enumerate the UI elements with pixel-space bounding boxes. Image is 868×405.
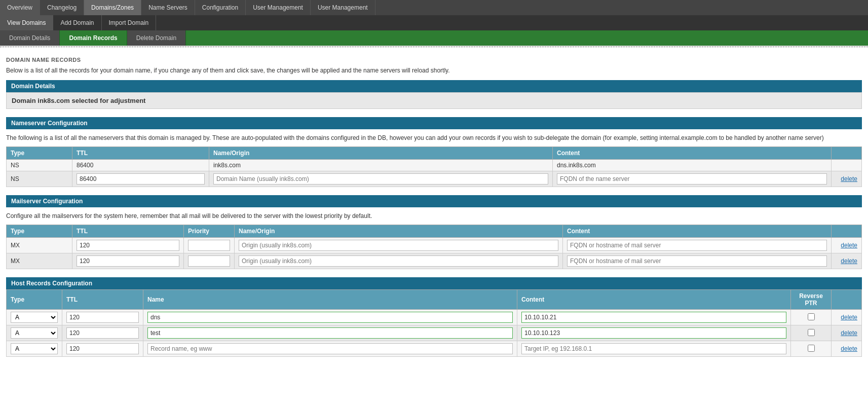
nav-changelog[interactable]: Changelog [40, 0, 84, 15]
mx-row1-ttl-input[interactable] [77, 240, 179, 251]
host-row2-rptr-checkbox[interactable] [808, 329, 815, 336]
host-row2-rptr-cell [791, 325, 832, 341]
ns-row2-content-input[interactable] [557, 173, 827, 185]
host-table: Type TTL Name Content Reverse PTR AAAAAC… [6, 289, 862, 357]
host-row3-content-cell [517, 341, 791, 357]
ns-row1-name: ink8s.com [209, 160, 553, 171]
mx-row1-ttl-cell [72, 238, 184, 253]
subnav-add-domain[interactable]: Add Domain [53, 15, 101, 30]
ns-row2-ttl-cell [72, 171, 209, 187]
host-row2-content-cell [517, 325, 791, 341]
mx-row2-priority-cell [184, 253, 235, 269]
mx-row1-type: MX [7, 238, 72, 253]
mx-row2-name-cell [235, 253, 563, 269]
mx-row1-content-cell [563, 238, 832, 253]
host-row2-ttl-cell [62, 325, 143, 341]
subnav-view-domains[interactable]: View Domains [0, 15, 53, 30]
mx-row2-delete-link[interactable]: delete [841, 257, 857, 265]
mx-row2-content-cell [563, 253, 832, 269]
mx-row2-delete-cell: delete [832, 253, 862, 269]
tab-bar: Domain Details Domain Records Delete Dom… [0, 30, 868, 47]
host-row1-name-input[interactable] [147, 312, 513, 323]
host-row1-rptr-checkbox[interactable] [808, 313, 815, 320]
host-row2-type-select[interactable]: AAAAACNAMEMXTXTSRV [11, 327, 58, 339]
nav-user-management-1[interactable]: User Management [246, 0, 311, 15]
domain-detail-box: Domain ink8s.com selected for adjustment [6, 92, 862, 109]
host-row2-content-input[interactable] [521, 327, 786, 339]
host-row3-name-input[interactable] [147, 343, 513, 354]
mx-row2-ttl-input[interactable] [77, 255, 179, 267]
host-row2-ttl-input[interactable] [66, 327, 139, 339]
mx-row2-type: MX [7, 253, 72, 269]
mailserver-table: Type TTL Priority Name/Origin Content MX [6, 225, 862, 269]
host-row-3: AAAAACNAMEMXTXTSRV [7, 341, 862, 357]
host-row1-name-cell [143, 310, 517, 325]
host-row3-ttl-input[interactable] [66, 343, 139, 354]
nav-domains-zones[interactable]: Domains/Zones [84, 0, 141, 15]
host-col-action [832, 290, 862, 310]
subnav-import-domain[interactable]: Import Domain [102, 15, 157, 30]
mx-col-type: Type [7, 225, 72, 238]
ns-row2-delete-link[interactable]: delete [841, 175, 857, 182]
mx-row-2: MX delete [7, 253, 862, 269]
mx-row-1: MX delete [7, 238, 862, 253]
nav-user-management-2[interactable]: User Management [311, 0, 375, 15]
domain-selected-message: Domain ink8s.com selected for adjustment [12, 97, 145, 104]
nameserver-description: The following is a list of all the names… [6, 133, 862, 142]
host-row1-content-input[interactable] [521, 312, 786, 323]
tab-domain-details[interactable]: Domain Details [0, 30, 60, 46]
mx-row1-name-input[interactable] [239, 240, 558, 251]
mx-row2-content-input[interactable] [567, 255, 827, 267]
host-row1-ttl-cell [62, 310, 143, 325]
ns-row2-name-input[interactable] [213, 173, 548, 185]
mx-row2-priority-input[interactable] [188, 255, 230, 267]
host-row1-type-select[interactable]: AAAAACNAMEMXTXTSRV [11, 312, 58, 323]
mx-row1-priority-input[interactable] [188, 240, 230, 251]
page-title: DOMAIN NAME RECORDS [6, 57, 862, 63]
host-row1-delete-cell: delete [832, 310, 862, 325]
ns-row2-type: NS [7, 171, 72, 187]
host-row3-type-select[interactable]: AAAAACNAMEMXTXTSRV [11, 343, 58, 354]
host-col-content: Content [517, 290, 791, 310]
host-row2-delete-link[interactable]: delete [841, 329, 857, 337]
host-row3-rptr-cell [791, 341, 832, 357]
mx-row1-content-input[interactable] [567, 240, 827, 251]
ns-row2-ttl-input[interactable] [77, 173, 205, 185]
mx-col-content: Content [563, 225, 832, 238]
nav-configuration[interactable]: Configuration [195, 0, 246, 15]
host-row3-rptr-checkbox[interactable] [808, 345, 815, 352]
domain-details-header: Domain Details [6, 80, 862, 92]
nameserver-table: Type TTL Name/Origin Content NS 86400 in… [6, 146, 862, 187]
mx-col-priority: Priority [184, 225, 235, 238]
host-row-1: AAAAACNAMEMXTXTSRV [7, 310, 862, 325]
mx-col-ttl: TTL [72, 225, 184, 238]
host-row-2: AAAAACNAMEMXTXTSRV [7, 325, 862, 341]
host-row3-delete-link[interactable]: delete [841, 345, 857, 352]
sub-nav: View Domains Add Domain Import Domain [0, 15, 868, 30]
mx-row1-delete-link[interactable]: delete [841, 242, 857, 249]
host-row3-content-input[interactable] [521, 343, 786, 354]
host-row3-ttl-cell [62, 341, 143, 357]
host-row2-name-input[interactable] [147, 327, 513, 339]
nameserver-section-header: Nameserver Configuration [6, 117, 862, 129]
mx-col-action [832, 225, 862, 238]
nav-overview[interactable]: Overview [0, 0, 40, 15]
ns-row1-ttl: 86400 [72, 160, 209, 171]
nav-name-servers[interactable]: Name Servers [141, 0, 195, 15]
tab-domain-records[interactable]: Domain Records [60, 30, 127, 46]
host-section-header: Host Records Configuration [6, 277, 862, 289]
ns-row-1: NS 86400 ink8s.com dns.ink8s.com [7, 160, 862, 171]
mx-row2-ttl-cell [72, 253, 184, 269]
mx-row1-delete-cell: delete [832, 238, 862, 253]
nameserver-section: Nameserver Configuration The following i… [6, 117, 862, 187]
mx-row2-name-input[interactable] [239, 255, 558, 267]
host-row1-delete-link[interactable]: delete [841, 314, 857, 321]
ns-col-content: Content [553, 147, 832, 160]
ns-row1-type: NS [7, 160, 72, 171]
tab-delete-domain[interactable]: Delete Domain [127, 30, 186, 46]
mx-col-name: Name/Origin [235, 225, 563, 238]
host-row1-ttl-input[interactable] [66, 312, 139, 323]
host-col-reverse-ptr: Reverse PTR [791, 290, 832, 310]
host-row3-name-cell [143, 341, 517, 357]
mx-row1-priority-cell [184, 238, 235, 253]
